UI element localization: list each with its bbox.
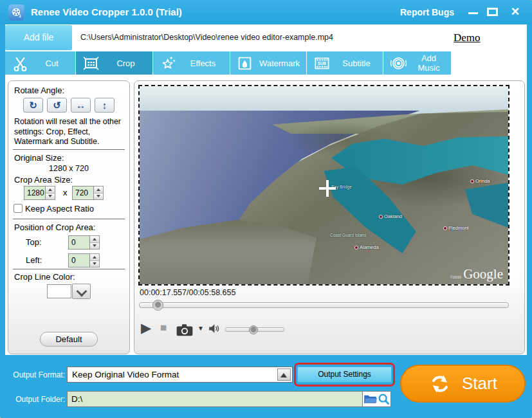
height-increment-button[interactable] — [94, 186, 103, 193]
keep-aspect-ratio-checkbox[interactable] — [14, 204, 23, 213]
tab-bar: Cut Crop — [5, 51, 527, 75]
demo-link[interactable]: Demo — [454, 24, 481, 51]
sync-arrows-icon — [428, 372, 452, 395]
divider — [13, 219, 125, 219]
tab-subtitle[interactable]: SUB Subtitle — [307, 51, 383, 75]
left-position-stepper: 0 — [68, 253, 100, 268]
tab-crop[interactable]: Crop — [76, 51, 152, 75]
snapshot-camera-button[interactable] — [176, 323, 194, 340]
output-format-label: Output Format: — [4, 367, 65, 383]
tab-cut[interactable]: Cut — [5, 51, 75, 75]
position-label: Position of Crop Area: — [14, 223, 95, 232]
seek-slider[interactable] — [139, 302, 509, 308]
volume-slider[interactable] — [225, 327, 284, 332]
output-folder-input[interactable]: D:\ — [67, 391, 363, 407]
tab-label: Crop — [105, 59, 152, 68]
tab-label: Subtitle — [336, 59, 383, 68]
snapshot-options-caret[interactable]: ▼ — [197, 325, 204, 332]
browse-magnifier-icon[interactable] — [378, 393, 390, 405]
width-increment-button[interactable] — [46, 186, 55, 193]
tab-label: Watermark — [259, 59, 306, 68]
output-format-combobox[interactable]: Keep Original Video Format — [67, 367, 293, 383]
video-crop-area[interactable]: Bay Bridge Oakland Coast Guard Island Al… — [138, 85, 509, 286]
playback-timestamp: 00:00:17.557/00:05:58.655 — [140, 288, 235, 297]
loaded-file-path: C:\Users\Administrator\Desktop\Video\ren… — [80, 24, 333, 51]
stars-icon — [153, 55, 183, 72]
tab-effects[interactable]: Effects — [153, 51, 230, 75]
default-button[interactable]: Default — [40, 332, 98, 347]
map-label: Orinda — [470, 178, 490, 184]
play-button[interactable]: ▶ — [141, 320, 151, 336]
top-position-stepper: 0 — [68, 235, 100, 250]
rotate-clockwise-button[interactable]: ↻ — [23, 98, 43, 113]
tab-label: Cut — [35, 59, 75, 68]
map-label: Oakland — [379, 214, 402, 219]
divider — [13, 149, 125, 150]
svg-text:SUB: SUB — [317, 61, 326, 66]
map-label: Piedmont — [443, 225, 469, 231]
size-separator: x — [63, 188, 68, 197]
app-logo-film-reel-icon — [8, 5, 24, 21]
add-file-button[interactable]: Add file — [5, 25, 72, 50]
water-drop-icon — [230, 55, 259, 72]
tab-add-music[interactable]: Add Music — [383, 51, 451, 75]
crop-line-color-label: Crop Line Color: — [14, 272, 75, 282]
google-watermark: ©2016 Google — [450, 266, 503, 282]
original-size-label: Original Size: — [14, 153, 64, 163]
combo-arrow-up-icon[interactable] — [277, 368, 291, 381]
google-logo-text: Google — [463, 266, 503, 282]
rotate-buttons: ↻ ↺ ↔ ↕ — [23, 98, 115, 113]
volume-thumb[interactable] — [249, 325, 258, 334]
close-button[interactable]: × — [508, 0, 523, 24]
crop-width-stepper: 1280 — [24, 186, 55, 200]
maximize-button[interactable] — [487, 8, 498, 16]
start-button[interactable]: Start — [400, 365, 526, 403]
output-format-value: Keep Original Video Format — [72, 367, 179, 382]
tab-watermark[interactable]: Watermark — [230, 51, 306, 75]
output-folder-label: Output Folder: — [4, 392, 65, 407]
rotate-counterclockwise-button[interactable]: ↺ — [47, 98, 67, 113]
map-label: Alameda — [354, 244, 379, 250]
title-bar: Renee Video Cropper 1.0.0 (Trial) Report… — [0, 0, 532, 24]
report-bugs-link[interactable]: Report Bugs — [400, 0, 454, 24]
seek-thumb[interactable] — [152, 300, 163, 311]
left-decrement-button[interactable] — [90, 260, 99, 268]
stop-button[interactable]: ■ — [160, 322, 167, 334]
top-label: Top: — [26, 237, 42, 247]
speaker-circles-icon — [383, 55, 413, 72]
left-label: Left: — [26, 255, 42, 265]
height-decrement-button[interactable] — [94, 193, 103, 200]
crop-line-color-swatch[interactable] — [47, 284, 71, 298]
crop-settings-panel: Rotate Angle: ↻ ↺ ↔ ↕ Rotation will rese… — [8, 80, 130, 354]
crop-width-value[interactable]: 1280 — [24, 186, 46, 200]
minimize-button[interactable] — [466, 0, 481, 24]
original-size-value: 1280 x 720 — [8, 164, 129, 173]
map-label: Coast Guard Island — [330, 233, 366, 237]
flip-vertical-button[interactable]: ↕ — [95, 98, 115, 113]
crop-height-stepper: 720 — [72, 186, 104, 200]
left-position-value[interactable]: 0 — [68, 253, 90, 268]
crosshair-cursor — [319, 180, 336, 197]
folder-tools — [363, 391, 391, 407]
window-title: Renee Video Cropper 1.0.0 (Trial) — [31, 0, 182, 24]
copyright-text: ©2016 — [450, 275, 461, 279]
preview-panel: Bay Bridge Oakland Coast Guard Island Al… — [134, 80, 525, 354]
subtitle-filmstrip-icon: SUB — [307, 55, 336, 72]
crop-frame-icon — [76, 55, 105, 72]
color-dropdown-button[interactable] — [72, 284, 91, 299]
keep-aspect-ratio-label: Keep Aspect Ratio — [25, 204, 94, 214]
divider — [13, 269, 125, 269]
top-position-value[interactable]: 0 — [68, 235, 90, 250]
top-decrement-button[interactable] — [90, 242, 99, 250]
left-increment-button[interactable] — [90, 254, 99, 260]
volume-speaker-icon[interactable] — [208, 322, 221, 338]
scissors-icon — [5, 55, 35, 72]
top-increment-button[interactable] — [90, 236, 99, 242]
flip-horizontal-button[interactable]: ↔ — [71, 98, 91, 113]
rotation-warning-text: Rotation will reset all the other settin… — [14, 117, 126, 147]
crop-height-value[interactable]: 720 — [72, 186, 94, 200]
output-settings-button[interactable]: Output Settings — [297, 367, 392, 383]
open-folder-icon[interactable] — [363, 394, 377, 404]
video-frame: Bay Bridge Oakland Coast Guard Island Al… — [140, 86, 508, 284]
width-decrement-button[interactable] — [46, 193, 55, 200]
